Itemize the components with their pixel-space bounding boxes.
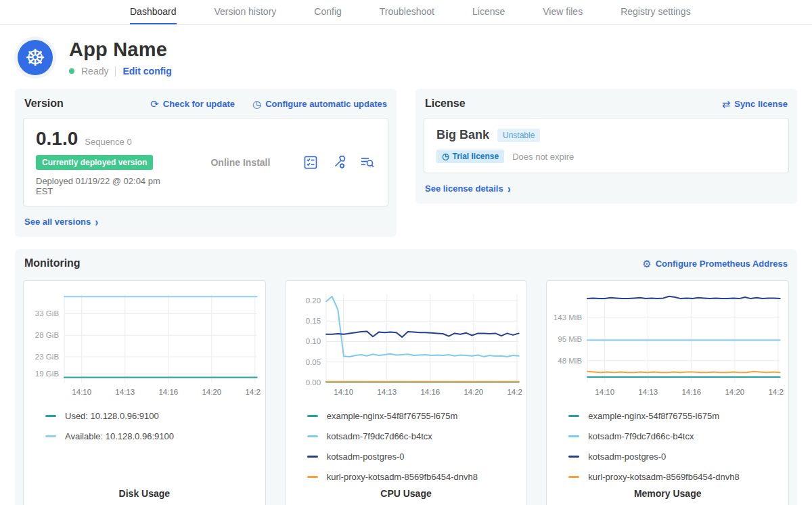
- divider: [115, 66, 116, 76]
- svg-text:0.15: 0.15: [305, 317, 320, 325]
- legend-label: Available: 10.128.0.96:9100: [65, 431, 174, 441]
- legend-item: kurl-proxy-kotsadm-8569fb6454-dnvh8: [307, 472, 523, 482]
- sync-arrows-icon: ⇄: [722, 99, 731, 109]
- legend-swatch: [568, 435, 579, 437]
- legend-swatch: [307, 435, 318, 437]
- config-wrench-icon[interactable]: [331, 154, 347, 171]
- legend-swatch: [568, 415, 579, 417]
- svg-text:19 GiB: 19 GiB: [35, 370, 60, 378]
- see-all-versions-link[interactable]: See all versions ›: [24, 216, 98, 227]
- svg-text:14:23: 14:23: [507, 388, 522, 396]
- see-license-details-link[interactable]: See license details ›: [425, 183, 511, 194]
- disk-usage-chart-card: 19 GiB23 GiB28 GiB33 GiB14:1014:1314:161…: [23, 280, 266, 505]
- svg-text:0.20: 0.20: [305, 297, 320, 305]
- legend-swatch: [568, 476, 579, 478]
- svg-text:14:20: 14:20: [202, 388, 221, 396]
- charts-row: 19 GiB23 GiB28 GiB33 GiB14:1014:1314:161…: [23, 280, 789, 505]
- install-type-label: Online Install: [179, 157, 302, 168]
- view-logs-icon[interactable]: [359, 154, 376, 171]
- legend-item: Used: 10.128.0.96:9100: [45, 411, 261, 421]
- license-panel: License ⇄ Sync license Big Bank Unstable…: [415, 89, 797, 204]
- tab-version-history[interactable]: Version history: [215, 0, 277, 24]
- svg-text:14:16: 14:16: [682, 388, 702, 396]
- svg-text:14:20: 14:20: [725, 388, 745, 396]
- disk-usage-legend: Used: 10.128.0.96:9100Available: 10.128.…: [28, 403, 261, 488]
- legend-item: Available: 10.128.0.96:9100: [45, 431, 261, 441]
- svg-text:48 MiB: 48 MiB: [558, 357, 583, 365]
- tab-troubleshoot[interactable]: Troubleshoot: [380, 0, 434, 24]
- legend-swatch: [307, 415, 318, 417]
- legend-item: example-nginx-54f8f76755-l675m: [307, 411, 523, 421]
- legend-label: kotsadm-7f9dc7d66c-b4tcx: [327, 431, 432, 441]
- memory-usage-legend: example-nginx-54f8f76755-l675mkotsadm-7f…: [551, 403, 784, 488]
- legend-swatch: [307, 476, 318, 478]
- svg-text:14:10: 14:10: [595, 388, 615, 396]
- legend-item: kurl-proxy-kotsadm-8569fb6454-dnvh8: [568, 472, 784, 482]
- svg-text:14:16: 14:16: [158, 388, 178, 396]
- legend-swatch: [45, 435, 56, 437]
- svg-text:14:16: 14:16: [420, 388, 440, 396]
- deployed-badge: Currently deployed version: [36, 155, 153, 170]
- configure-prometheus-link[interactable]: ⚙ Configure Prometheus Address: [642, 259, 788, 269]
- svg-text:14:13: 14:13: [377, 388, 397, 396]
- license-panel-title: License: [425, 97, 466, 110]
- status-text: Ready: [81, 66, 108, 76]
- gear-icon: ⚙: [642, 259, 651, 269]
- svg-text:0.10: 0.10: [305, 338, 320, 346]
- top-nav: Dashboard Version history Config Trouble…: [0, 0, 812, 25]
- svg-text:95 MiB: 95 MiB: [558, 335, 583, 343]
- tab-view-files[interactable]: View files: [543, 0, 583, 24]
- version-panel-title: Version: [24, 97, 64, 110]
- svg-text:0.05: 0.05: [305, 358, 320, 366]
- memory-usage-chart-card: 48 MiB95 MiB143 MiB14:1014:1314:1614:201…: [546, 280, 789, 505]
- chart-title: Memory Usage: [551, 488, 784, 502]
- legend-item: kotsadm-postgres-0: [307, 452, 523, 462]
- legend-swatch: [568, 456, 579, 458]
- svg-text:14:20: 14:20: [464, 388, 483, 396]
- legend-label: example-nginx-54f8f76755-l675m: [327, 411, 458, 421]
- configure-automatic-updates-link[interactable]: ◷ Configure automatic updates: [252, 99, 387, 109]
- svg-text:14:23: 14:23: [769, 388, 784, 396]
- svg-text:28 GiB: 28 GiB: [35, 331, 60, 339]
- license-expiry: Does not expire: [512, 152, 574, 162]
- legend-label: Used: 10.128.0.96:9100: [65, 411, 159, 421]
- legend-label: kotsadm-postgres-0: [588, 452, 666, 462]
- svg-text:14:23: 14:23: [245, 388, 261, 396]
- legend-label: kurl-proxy-kotsadm-8569fb6454-dnvh8: [327, 472, 478, 482]
- deployed-timestamp: Deployed 01/19/22 @ 02:04 pm EST: [36, 176, 179, 196]
- check-for-update-link[interactable]: ⟳ Check for update: [150, 99, 235, 109]
- tab-registry-settings[interactable]: Registry settings: [621, 0, 690, 24]
- tab-dashboard[interactable]: Dashboard: [130, 0, 177, 24]
- edit-config-link[interactable]: Edit config: [122, 66, 171, 76]
- kubernetes-wheel-icon: ☸: [25, 46, 45, 69]
- cpu-usage-legend: example-nginx-54f8f76755-l675mkotsadm-7f…: [290, 403, 523, 488]
- monitoring-title: Monitoring: [24, 257, 81, 269]
- memory-usage-chart: 48 MiB95 MiB143 MiB14:1014:1314:1614:201…: [551, 289, 784, 403]
- chart-title: CPU Usage: [290, 488, 523, 502]
- cpu-usage-chart-card: 0.000.050.100.150.2014:1014:1314:1614:20…: [285, 280, 528, 505]
- svg-text:14:10: 14:10: [72, 388, 91, 396]
- sync-license-link[interactable]: ⇄ Sync license: [722, 99, 788, 109]
- app-header: ☸ App Name Ready Edit config: [0, 25, 812, 82]
- legend-item: kotsadm-7f9dc7d66c-b4tcx: [568, 431, 784, 441]
- schedule-clock-icon: ◷: [252, 99, 261, 109]
- legend-item: kotsadm-postgres-0: [568, 452, 784, 462]
- svg-text:33 GiB: 33 GiB: [35, 310, 60, 318]
- monitoring-panel: Monitoring ⚙ Configure Prometheus Addres…: [15, 249, 797, 505]
- svg-text:0.00: 0.00: [305, 378, 320, 387]
- preflight-checks-icon[interactable]: [302, 154, 319, 171]
- legend-label: example-nginx-54f8f76755-l675m: [588, 411, 719, 421]
- svg-text:143 MiB: 143 MiB: [554, 313, 583, 322]
- legend-label: kurl-proxy-kotsadm-8569fb6454-dnvh8: [588, 472, 739, 482]
- license-card: Big Bank Unstable ◷ Trial license Does n…: [424, 118, 789, 173]
- license-customer-name: Big Bank: [436, 128, 489, 142]
- version-number: 0.1.0: [36, 128, 78, 150]
- svg-text:14:13: 14:13: [639, 388, 658, 396]
- legend-label: kotsadm-7f9dc7d66c-b4tcx: [588, 431, 694, 441]
- chart-title: Disk Usage: [28, 488, 261, 502]
- tab-config[interactable]: Config: [314, 0, 341, 24]
- trial-license-badge: ◷ Trial license: [436, 150, 504, 163]
- tab-license[interactable]: License: [472, 0, 505, 24]
- stopwatch-icon: ◷: [442, 152, 449, 161]
- cpu-usage-chart: 0.000.050.100.150.2014:1014:1314:1614:20…: [290, 289, 523, 403]
